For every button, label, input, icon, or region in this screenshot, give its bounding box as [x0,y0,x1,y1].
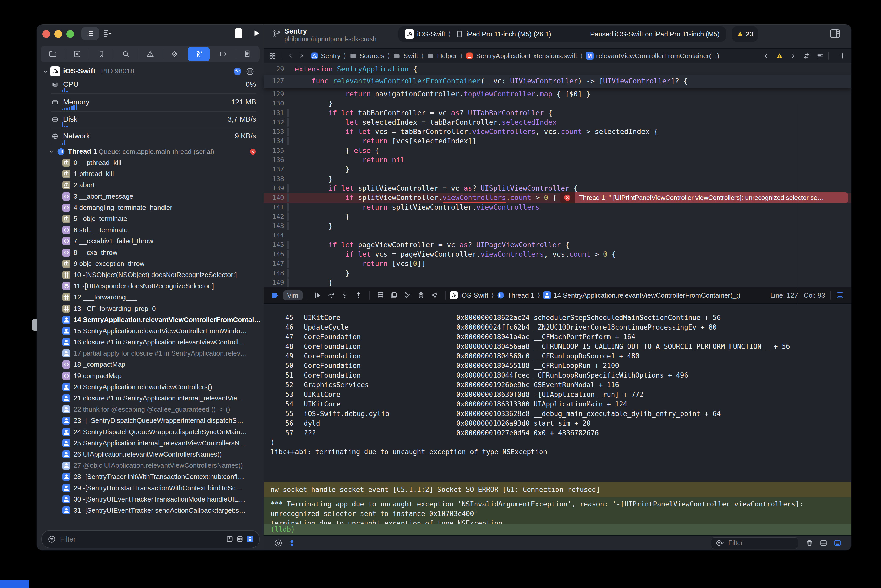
jumpbar-crumb[interactable]: Swift [393,52,418,60]
clear-console-trash-icon[interactable] [805,538,814,548]
thread-row[interactable]: Thread 1 Queue: com.apple.main-thread (s… [37,146,263,158]
environment-overrides-icon[interactable] [417,291,425,300]
stack-frame-row[interactable]: 16 closure #1 in SentryApplication.relev… [37,337,263,348]
debug-graph-icon[interactable] [403,291,412,300]
stack-frame-row[interactable]: 12 ___forwarding___ [37,292,263,303]
debugbar-crumb[interactable]: Thread 1 [497,291,534,300]
jumpbar-crumb[interactable]: Helper [427,52,457,60]
step-out-icon[interactable] [354,291,362,300]
stack-frame-row[interactable]: 18 _compactMap [37,359,263,370]
navigator-tab-breakpoints[interactable] [211,46,236,62]
stack-frame-row[interactable]: 8 __cxa_throw [37,247,263,258]
stack-frame-row[interactable]: 1 pthread_kill [37,168,263,180]
profile-gauge-icon[interactable] [233,67,242,76]
code-line-147[interactable]: 147 return [vcs[0]] [263,259,851,268]
code-line-139[interactable]: 139 if let splitViewController = vc as? … [263,184,851,193]
code-line-149[interactable]: 149 } [263,278,851,287]
navigator-tab-source-control[interactable] [65,46,89,62]
stack-frame-row[interactable]: 26 UIApplication.relevantViewControllers… [37,449,263,460]
issue-warning-icon[interactable] [776,52,783,60]
code-line-134[interactable]: 134 return [vcs[selectedIndex]] [263,136,851,146]
chevron-down-icon[interactable] [48,148,55,155]
runtime-error-banner[interactable]: Thread 1: "-[UIPrintPanelViewController … [560,192,848,203]
navigator-filter-input[interactable] [60,533,196,545]
next-issue-icon[interactable] [789,52,797,60]
show-flagged-only-icon[interactable] [226,535,234,543]
stack-frame-row[interactable]: 30 -[SentryUIEventTrackerTransactionMode… [37,494,263,505]
code-line-29[interactable]: 29extension SentryApplication { [263,63,851,75]
debugbar-crumb[interactable]: 14 SentryApplication.relevantViewControl… [543,291,740,300]
stack-frame-row[interactable]: 15 SentryApplication.relevantViewControl… [37,326,263,337]
breakpoints-toggle-icon[interactable] [271,291,279,300]
stack-frame-row[interactable]: 23 -[_SentryDispatchQueueWrapperInternal… [37,415,263,426]
stack-frame-row[interactable]: 14 SentryApplication.relevantViewControl… [37,314,263,326]
stack-frame-row[interactable]: 7 __cxxabiv1::failed_throw [37,236,263,247]
back-chevron-icon[interactable] [287,52,295,60]
console-pane-toggle-icon[interactable] [833,538,842,548]
code-line-131[interactable]: 131 if let tabBarController = vc as? UIT… [263,108,851,118]
stack-frame-row[interactable]: 13 _CF_forwarding_prep_0 [37,303,263,314]
filter-menu-icon[interactable] [715,539,725,547]
jumpbar-crumb[interactable]: SentryApplicationExtensions.swift [466,52,577,60]
gauge-row-disk[interactable]: Disk3,7 MB/s [37,114,263,124]
console-filter-input[interactable] [728,539,794,547]
stack-frame-row[interactable]: 20 SentryApplication.relevantviewControl… [37,381,263,393]
view-hierarchy-icon[interactable] [376,291,385,300]
debug-console[interactable]: 45UIKitCore0x000000018622ac24 schedulerS… [263,304,851,535]
memory-graph-icon[interactable] [390,291,398,300]
source-editor[interactable]: 29extension SentryApplication { 127 func… [263,63,851,287]
code-line-129[interactable]: 129 return navigationController.topViewC… [263,89,851,99]
code-line-145[interactable]: 145 if let pageViewController = vc as? U… [263,240,851,250]
stack-frame-row[interactable]: 9 objc_exception_throw [37,258,263,269]
code-line-130[interactable]: 130 } [263,99,851,108]
code-line-133[interactable]: 133 if let vcs = tabBarController.viewCo… [263,127,851,136]
adjust-editor-icon[interactable] [816,52,824,60]
code-line-146[interactable]: 146 if let vcs = pageViewController.view… [263,250,851,259]
navigator-tab-reports[interactable] [235,46,260,62]
stack-frame-row[interactable]: 0 __pthread_kill [37,157,263,168]
code-line-137[interactable]: 137 } [263,165,851,174]
gauge-row-cpu[interactable]: CPU0% [37,80,263,90]
jumpbar-crumb[interactable]: Sentry [311,52,340,60]
lldb-prompt[interactable]: (lldb) [263,524,851,535]
stack-frame-row[interactable]: 6 std::__terminate [37,224,263,236]
step-over-icon[interactable] [327,291,335,300]
stack-frame-row[interactable]: 27 @objc UIApplication.relevantViewContr… [37,460,263,471]
stack-frame-row[interactable]: 31 -[SentryUIEventTracker sendActionCall… [37,505,263,516]
variables-pane-toggle-icon[interactable] [819,538,828,548]
stack-frame-row[interactable]: 17 partial apply for closure #1 in Sentr… [37,348,263,359]
chevron-down-icon[interactable] [42,68,49,75]
code-line-144[interactable]: 144 [263,231,851,240]
stack-frame-row[interactable]: 25 SentryApplication.internal_relevantVi… [37,438,263,449]
stack-frame-row[interactable]: 10 -[NSObject(NSObject) doesNotRecognize… [37,269,263,280]
navigator-tab-tests[interactable] [162,46,186,62]
jumpbar-crumb[interactable]: Sources [349,52,384,60]
variables-view-eye-icon[interactable] [274,538,283,548]
stack-frame-row[interactable]: 4 demangling_terminate_handler [37,202,263,213]
code-line-142[interactable]: 142 } [263,212,851,221]
navigator-tab-debug[interactable] [186,46,211,62]
stack-frame-row[interactable]: 22 thunk for @escaping @callee_guarantee… [37,404,263,415]
swap-editor-icon[interactable] [803,52,810,60]
navigator-tab-bookmark[interactable] [89,46,114,62]
code-line-141[interactable]: 141 return splitViewController.viewContr… [263,202,851,212]
related-items-icon[interactable] [269,52,277,60]
code-line-132[interactable]: 132 let selectedIndex = tabBarController… [263,118,851,127]
debugbar-crumb[interactable]: iOS-Swift [450,291,488,300]
previous-issue-icon[interactable] [762,52,770,60]
stack-frame-row[interactable]: 11 -[UIResponder doesNotRecognizeSelecto… [37,280,263,292]
current-frame-edge-marker[interactable] [32,319,37,331]
stack-frame-row[interactable]: 24 SentryDispatchQueueWrapper.dispatchSy… [37,426,263,438]
stack-frame-row[interactable]: 29 -[SentryHub startTransactionWithConte… [37,482,263,494]
simulate-location-icon[interactable] [430,291,439,300]
stack-frame-row[interactable]: 19 compactMap [37,370,263,381]
stack-frame-row[interactable]: 3 __abort_message [37,191,263,202]
navigator-tab-search[interactable] [114,46,138,62]
vim-mode-badge[interactable]: Vim [283,290,302,300]
navigator-tab-issues[interactable] [138,46,162,62]
code-line-140[interactable]: 140 if splitViewController.viewControlle… [263,193,851,202]
gauge-row-network[interactable]: Network9 KB/s [37,131,263,141]
stack-frame-row[interactable]: 5 _objc_terminate [37,213,263,224]
continue-execution-icon[interactable] [314,291,322,300]
toggle-debug-area-icon[interactable] [836,291,844,300]
